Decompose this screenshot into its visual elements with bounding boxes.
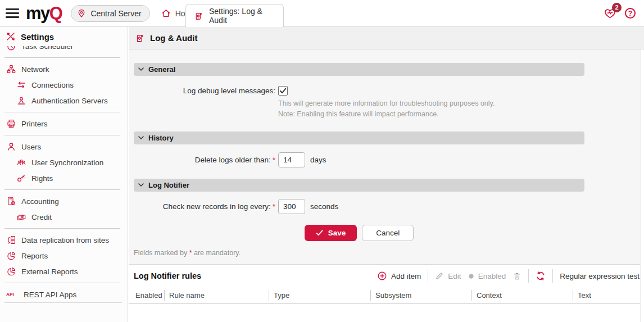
key-icon [16,173,26,183]
network-icon [6,64,16,74]
api-icon: API [6,289,19,300]
mandatory-note: Fields marked by * are mandatory. [134,249,644,257]
delete-button[interactable] [513,271,521,281]
sidebar-item-reports[interactable]: Reports [0,248,128,264]
rules-header: Log Notifier rules Add item Edit Enabled [129,265,644,287]
column-header-type[interactable]: Type [269,290,370,301]
sidebar-item-credit[interactable]: Credit [0,209,128,225]
section-header-log-notifier[interactable]: Log Notifier [134,179,584,192]
toolbar-separator [428,269,428,283]
notifier-label: Check new records in log every:* [134,202,275,211]
main-content: Log & Audit General Log debug level mess… [129,27,644,322]
sidebar-item-label: Network [21,65,49,74]
pie-chart-icon [6,266,16,276]
refresh-button[interactable] [536,271,546,281]
divider [4,283,120,283]
section-title: History [148,134,174,142]
settings-form: General Log debug level messages: This w… [129,49,644,257]
myq-logo[interactable]: myQ [26,4,62,22]
sidebar-item-accounting[interactable]: Accounting [0,193,128,209]
regex-test-label: Regular expression test [560,272,640,280]
data-replication-icon [6,235,16,245]
banknote-icon [16,212,26,222]
sidebar-item-rest-api-apps[interactable]: API REST API Apps [0,287,128,302]
section-header-general[interactable]: General [134,63,584,76]
sidebar-item-rights[interactable]: Rights [0,170,128,186]
dot-icon [468,273,474,279]
sidebar-item-task-scheduler[interactable]: Task Scheduler [0,46,128,54]
required-marker: * [273,156,275,164]
history-label: Delete logs older than:* [134,156,275,164]
log-notifier-rules-section: Log Notifier rules Add item Edit Enabled [129,264,644,322]
form-buttons: Save Cancel [134,225,584,241]
menu-icon[interactable] [6,6,19,20]
column-header-context[interactable]: Context [471,290,573,301]
sidebar-item-label: Credit [31,213,52,221]
swap-arrows-icon [16,80,26,90]
sidebar-item-users[interactable]: Users [0,139,128,155]
divider [4,112,120,112]
required-marker: * [273,202,275,211]
edit-button[interactable]: Edit [435,271,461,280]
user-icon [6,142,16,152]
rules-title: Log Notifier rules [134,271,201,280]
sidebar-item-external-reports[interactable]: External Reports [0,264,128,279]
column-header-rule-name[interactable]: Rule name [164,290,269,301]
tools-icon [6,31,16,42]
sidebar-item-label: Task Scheduler [21,46,73,51]
help-icon[interactable]: ? [625,8,636,19]
rules-table-header: Enabled Rule name Type Subsystem Context… [129,287,644,304]
sidebar-item-connections[interactable]: Connections [0,77,128,93]
sidebar-item-printers[interactable]: Printers [0,116,128,131]
enabled-toggle-button[interactable]: Enabled [468,272,506,280]
debug-checkbox[interactable] [278,86,288,96]
sidebar-item-log-audit[interactable]: Log & Audit [2,302,124,303]
toolbar-separator [552,269,553,283]
sidebar-item-label: Reports [21,252,48,260]
sidebar-item-label: Authentication Servers [31,97,108,105]
sidebar-item-label: Data replication from sites [21,236,109,244]
column-header-text[interactable]: Text [573,290,644,301]
sidebar-item-network[interactable]: Network [0,61,128,77]
divider [4,135,120,135]
save-label: Save [328,229,346,237]
sidebar-item-user-synchronization[interactable]: User Synchronization [0,155,128,170]
chevron-down-icon [138,136,144,140]
sidebar-item-authentication-servers[interactable]: Authentication Servers [0,93,128,108]
divider [4,228,120,229]
logo-q: Q [49,3,62,23]
sidebar-scroll-area[interactable]: Task Scheduler Network Connections Authe… [0,46,128,303]
sidebar-item-label: Rights [31,174,53,183]
history-row: Delete logs older than:* days [134,152,644,167]
column-header-subsystem[interactable]: Subsystem [370,290,471,301]
add-item-button[interactable]: Add item [377,271,421,281]
cancel-button[interactable]: Cancel [362,225,414,241]
divider [4,189,120,190]
refresh-icon [536,271,546,281]
active-tab-label: Settings: Log & Audit [209,7,275,25]
section-header-history[interactable]: History [134,131,584,144]
scrollbar-track[interactable] [640,49,644,322]
pie-chart-icon [6,251,16,261]
calculator-icon [6,196,16,206]
system-health-button[interactable]: 2 [604,7,616,20]
settings-sidebar: Settings Task Scheduler Network Connecti… [0,27,128,322]
server-selector-button[interactable]: Central Server [71,5,149,22]
check-records-interval-input[interactable] [278,199,305,214]
tab-settings-log-audit[interactable]: Settings: Log & Audit [185,4,284,27]
save-button[interactable]: Save [305,225,357,241]
sidebar-item-label: Users [21,143,41,151]
delete-logs-older-input[interactable] [278,152,305,167]
sidebar-item-data-replication[interactable]: Data replication from sites [0,232,128,248]
column-header-enabled[interactable]: Enabled [129,290,164,301]
page-title: Log & Audit [150,33,197,43]
debug-help-1: This will generate more information for … [278,99,644,107]
notifier-row: Check new records in log every:* seconds [134,199,644,214]
server-name: Central Server [90,9,141,18]
regex-test-button[interactable]: Regular expression test [560,272,640,280]
sidebar-item-label: Accounting [21,197,59,206]
divider [4,57,120,58]
printer-icon [6,119,16,129]
clock-icon [6,46,16,51]
help-glyph: ? [628,10,632,17]
